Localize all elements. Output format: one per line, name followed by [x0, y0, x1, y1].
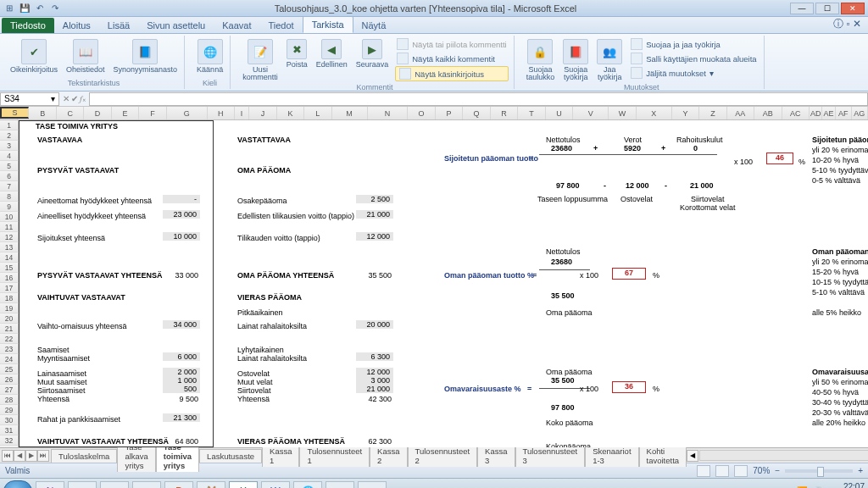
new-comment-button[interactable]: 📝Uusi kommentti	[241, 37, 280, 83]
group-kommentit: 📝Uusi kommentti ✖Poista ◀Edellinen ▶Seur…	[236, 36, 515, 89]
redo-icon[interactable]: ↷	[49, 3, 61, 14]
sheet-tab[interactable]: Tuloslaskelma	[51, 449, 117, 463]
formula-bar-row: S34▾ ✕✔𝑓ₓ	[0, 92, 868, 107]
sheet-tab[interactable]: Skenaariot 1-3	[585, 444, 638, 467]
quick-access-toolbar: ⊞ 💾 ↶ ↷	[3, 3, 61, 14]
protect-sheet-button[interactable]: 🔒Suojaa taulukko	[525, 37, 557, 83]
view-break-icon[interactable]	[734, 465, 748, 477]
close-button[interactable]: ✕	[841, 3, 865, 14]
tab-aloitus[interactable]: Aloitus	[54, 18, 99, 33]
tab-tarkista[interactable]: Tarkista	[303, 16, 353, 33]
allow-users[interactable]: Salli käyttäjien muokata alueita	[629, 52, 758, 65]
track-changes[interactable]: Jäljitä muutokset ▾	[629, 66, 758, 80]
taskbar-snip-icon[interactable]: ✂	[132, 481, 161, 489]
name-box[interactable]: S34▾	[0, 92, 59, 106]
save-icon[interactable]: 💾	[19, 3, 31, 14]
thesaurus-button[interactable]: 📘Synonyymisanasto	[112, 37, 180, 75]
status-ready: Valmis	[5, 466, 30, 475]
show-ink[interactable]: Näytä käsinkirjoitus	[395, 66, 508, 81]
system-tray[interactable]: ▲ 📶 🔊 22:0728.2.2015	[783, 482, 865, 489]
sheet-tab[interactable]: Kassa 2	[370, 444, 407, 467]
delete-comment-button[interactable]: ✖Poista	[285, 37, 309, 70]
formula-bar[interactable]	[89, 92, 868, 106]
group-kieli: 🌐Käännä Kieli	[190, 36, 231, 89]
taskbar-firefox-icon[interactable]: 🦊	[197, 481, 225, 489]
sheet-content: TASE TOIMIVA YRITYS VASTAAVAA PYSYVÄT VA…	[19, 120, 868, 447]
tab-kaavat[interactable]: Kaavat	[214, 18, 259, 33]
taskbar-app-icon[interactable]: ◧	[358, 481, 387, 489]
research-button[interactable]: 📖Oheistiedot	[64, 37, 107, 75]
taskbar-onenote-icon[interactable]: N	[36, 481, 64, 489]
next-comment-button[interactable]: ▶Seuraava	[354, 37, 391, 70]
protect-share[interactable]: Suojaa ja jaa työkirja	[629, 37, 758, 51]
prev-comment-button[interactable]: ◀Edellinen	[314, 37, 349, 70]
zoom-out-icon[interactable]: −	[775, 466, 780, 475]
undo-icon[interactable]: ↶	[34, 3, 46, 14]
window-buttons: — ☐ ✕	[790, 3, 865, 14]
title-bar: ⊞ 💾 ↶ ↷ Talousohjaus_3.0_koe ohjetta var…	[0, 0, 868, 17]
help-icon[interactable]: ⓘ ▫ ✕	[826, 15, 868, 33]
sheet-tab[interactable]: Kassa 3	[477, 444, 515, 467]
zoom-slider[interactable]	[785, 469, 853, 473]
start-button[interactable]: ⊞	[3, 480, 32, 489]
tab-lisaa[interactable]: Lisää	[99, 18, 138, 33]
zoom-in-icon[interactable]: +	[858, 466, 863, 475]
excel-icon: ⊞	[3, 3, 15, 14]
sheet-tab[interactable]: Tulosennusteet 3	[515, 444, 586, 467]
spreadsheet-grid[interactable]: A B C D E F G H I J K L M N O P Q R S T …	[0, 107, 868, 447]
tray-clock[interactable]: 22:0728.2.2015	[827, 482, 865, 489]
taskbar-ie-icon[interactable]: e	[326, 481, 354, 489]
share-workbook-button[interactable]: 👥Jaa työkirja	[595, 37, 624, 83]
group-tekstintarkistus: ✔Oikeinkirjoitus 📖Oheistiedot 📘Synonyymi…	[3, 36, 185, 89]
tab-asettelu[interactable]: Sivun asettelu	[138, 18, 214, 33]
show-all-comments[interactable]: Näytä kaikki kommentit	[395, 52, 508, 65]
sheet-title: TASE TOIMIVA YRITYS	[34, 122, 120, 130]
maximize-button[interactable]: ☐	[815, 3, 839, 14]
sheet-tab[interactable]: Tulosennusteet 2	[408, 444, 478, 467]
ribbon-tabs: Tiedosto Aloitus Lisää Sivun asettelu Ka…	[0, 17, 868, 34]
taskbar-explorer-icon[interactable]: 🗂	[100, 481, 129, 489]
windows-taskbar: ⊞ N ▶ 🗂 ✂ P 🦊 X W 🌐 e ◧ ▲ 📶 🔊 22:0728.2.…	[0, 478, 868, 488]
ribbon: ✔Oikeinkirjoitus 📖Oheistiedot 📘Synonyymi…	[0, 34, 868, 92]
tab-nayta[interactable]: Näytä	[353, 18, 395, 33]
sheet-tab[interactable]: Kohti tavoitetta	[639, 444, 687, 467]
show-hide-comment[interactable]: Näytä tai piilota kommentti	[395, 37, 508, 51]
taskbar-excel-icon[interactable]: X	[229, 481, 258, 489]
translate-button[interactable]: 🌐Käännä	[195, 37, 225, 75]
taskbar-powerpoint-icon[interactable]: P	[164, 481, 193, 489]
horizontal-scroll[interactable]: ◀▶	[687, 450, 868, 462]
taskbar-word-icon[interactable]: W	[261, 481, 290, 489]
sheet-nav[interactable]: ⏮◀▶⏭	[0, 450, 51, 462]
group-muutokset: 🔒Suojaa taulukko 📕Suojaa työkirja 👥Jaa t…	[520, 36, 765, 89]
window-title: Talousohjaus_3.0_koe ohjetta varten [Yht…	[61, 3, 790, 14]
minimize-button[interactable]: —	[790, 3, 814, 14]
view-normal-icon[interactable]	[697, 465, 710, 477]
row-headers[interactable]: 1234567891011121314151617181920212223242…	[0, 120, 19, 447]
zoom-level[interactable]: 70%	[753, 466, 770, 475]
tab-file[interactable]: Tiedosto	[2, 18, 54, 33]
spelling-button[interactable]: ✔Oikeinkirjoitus	[8, 37, 59, 75]
sheet-tab[interactable]: Kassa 1	[262, 444, 299, 467]
protect-workbook-button[interactable]: 📕Suojaa työkirja	[561, 37, 590, 83]
taskbar-media-icon[interactable]: ▶	[68, 481, 97, 489]
sheet-tab[interactable]: Laskutusaste	[199, 449, 262, 463]
sheet-tab[interactable]: Tulosennusteet 1	[299, 444, 370, 467]
fx-buttons[interactable]: ✕✔𝑓ₓ	[59, 94, 89, 104]
view-layout-icon[interactable]	[715, 465, 729, 477]
sheet-tab-bar: ⏮◀▶⏭ Tuloslaskelma Tase alkava yritys Ta…	[0, 447, 868, 463]
taskbar-chrome-icon[interactable]: 🌐	[293, 481, 322, 489]
tab-tiedot[interactable]: Tiedot	[259, 18, 302, 33]
column-headers[interactable]: A B C D E F G H I J K L M N O P Q R S T …	[0, 107, 868, 120]
